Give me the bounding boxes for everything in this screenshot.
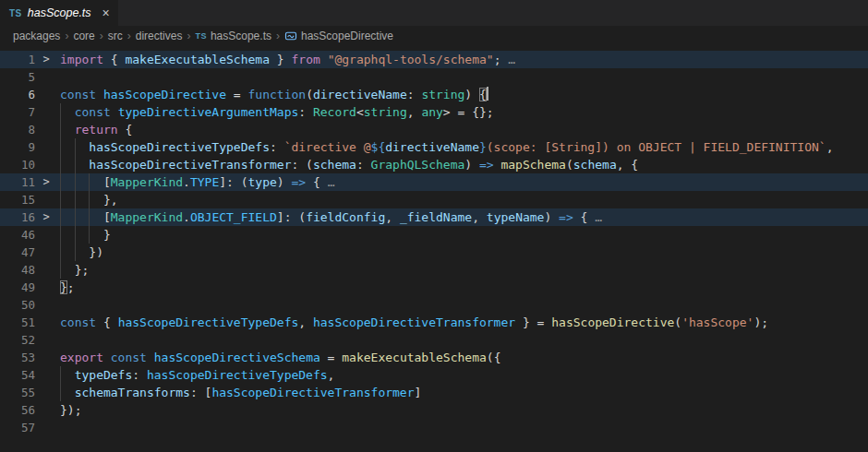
indent-guide (60, 121, 61, 138)
code-token: => (292, 175, 307, 189)
code-token: const (111, 351, 154, 364)
indent-guide (75, 244, 76, 261)
code-token: }; (75, 263, 90, 277)
code-line-15[interactable]: 15 }, (0, 191, 868, 208)
breadcrumb-item-src[interactable]: src (108, 30, 123, 42)
indent-guide (60, 138, 61, 156)
code-token: schemaTransforms (75, 386, 190, 399)
code-token: { (103, 315, 118, 329)
code-token: const (60, 315, 103, 329)
code-text: const typeDirectiveArgumentMaps: Record<… (57, 103, 868, 121)
code-token: }) (89, 245, 103, 259)
code-line-53[interactable]: 53export const hasScopeDirectiveSchema =… (0, 349, 868, 366)
fold-column (35, 279, 57, 296)
code-token: . (183, 210, 190, 224)
code-token: export (60, 351, 103, 364)
breadcrumb-item-core[interactable]: core (73, 30, 94, 42)
fold-column (35, 191, 57, 208)
code-token: any (421, 105, 442, 119)
code-editor[interactable]: 1>import { makeExecutableSchema } from "… (0, 46, 868, 436)
fold-chevron-icon[interactable]: > (35, 173, 57, 191)
code-token: : ( (291, 158, 312, 172)
code-line-46[interactable]: 46 } (0, 226, 868, 244)
indent-guide (89, 208, 90, 226)
indent-guide (60, 226, 61, 244)
code-token: , (826, 140, 834, 154)
code-text: }); (57, 401, 868, 419)
code-line-11[interactable]: 11> [MapperKind.TYPE]: (type) => { … (0, 173, 868, 191)
code-line-6[interactable]: 6const hasScopeDirective = function(dire… (0, 86, 868, 103)
breadcrumb-item-hasscopedirective[interactable]: hasScopeDirective (284, 30, 393, 42)
code-line-56[interactable]: 56}); (0, 401, 868, 419)
fold-column (35, 86, 57, 103)
code-line-49[interactable]: 49}; (0, 279, 868, 296)
code-line-1[interactable]: 1>import { makeExecutableSchema } from "… (0, 51, 868, 68)
indent-guide (75, 138, 76, 156)
line-number: 54 (0, 366, 35, 384)
code-line-57[interactable]: 57 (0, 419, 868, 436)
code-token: , (328, 368, 335, 382)
code-line-54[interactable]: 54 typeDefs: hasScopeDirectiveTypeDefs, (0, 366, 868, 384)
close-icon[interactable]: × (102, 6, 110, 19)
code-line-5[interactable]: 5 (0, 68, 868, 86)
breadcrumb-separator: › (127, 30, 131, 42)
indent-guide (60, 191, 61, 208)
code-token: , (385, 210, 400, 224)
fold-column (35, 366, 57, 384)
code-text (57, 331, 868, 349)
line-number: 16 (0, 208, 35, 226)
indent-guide (60, 244, 61, 261)
code-line-48[interactable]: 48 }; (0, 261, 868, 279)
code-token: ( (674, 315, 681, 329)
tab-hasscope[interactable]: TS hasScope.ts × (0, 0, 118, 26)
fold-column (35, 261, 57, 279)
code-line-55[interactable]: 55 schemaTransforms: [hasScopeDirectiveT… (0, 384, 868, 401)
code-line-47[interactable]: 47 }) (0, 244, 868, 261)
code-token: } (60, 280, 67, 294)
code-text: const hasScopeDirective = function(direc… (57, 86, 868, 103)
code-token: }, (103, 193, 118, 207)
breadcrumb-item-hasscope-ts[interactable]: TShasScope.ts (195, 30, 271, 42)
fold-chevron-icon[interactable]: > (35, 208, 57, 226)
code-text: }, (57, 191, 868, 208)
code-line-7[interactable]: 7 const typeDirectiveArgumentMaps: Recor… (0, 103, 868, 121)
code-token: }); (60, 403, 81, 417)
breadcrumb-item-directives[interactable]: directives (136, 30, 183, 42)
code-token: mapSchema (500, 158, 565, 172)
code-token: } (270, 53, 291, 66)
code-line-50[interactable]: 50 (0, 296, 868, 314)
code-line-51[interactable]: 51const { hasScopeDirectiveTypeDefs, has… (0, 314, 868, 331)
code-token: type (248, 175, 277, 189)
indent-guide (60, 366, 61, 384)
indent-guide (60, 103, 61, 121)
code-line-16[interactable]: 16> [MapperKind.OBJECT_FIELD]: (fieldCon… (0, 208, 868, 226)
fold-column (35, 244, 57, 261)
code-text: }; (57, 261, 868, 279)
code-token: . (183, 175, 190, 189)
indent-guide (60, 261, 61, 279)
code-line-8[interactable]: 8 return { (0, 121, 868, 138)
code-token: { (479, 88, 487, 101)
line-number: 50 (0, 296, 35, 314)
code-line-52[interactable]: 52 (0, 331, 868, 349)
indent-guide (89, 173, 90, 191)
tab-bar: TS hasScope.ts × (0, 0, 868, 26)
code-text: export const hasScopeDirectiveSchema = m… (57, 349, 868, 366)
text-cursor (487, 87, 488, 101)
code-token: … (508, 53, 515, 66)
breadcrumb-item-packages[interactable]: packages (13, 30, 60, 42)
fold-column (35, 349, 57, 366)
code-token: schema (313, 158, 356, 172)
line-number: 6 (0, 86, 35, 103)
fold-chevron-icon[interactable]: > (35, 51, 57, 68)
code-token: ]: ( (277, 210, 306, 224)
code-line-10[interactable]: 10 hasScopeDirectiveTransformer: (schema… (0, 156, 868, 173)
line-number: 51 (0, 314, 35, 331)
code-text: hasScopeDirectiveTransformer: (schema: G… (57, 156, 868, 173)
code-token: { (573, 210, 595, 224)
code-token: } (103, 228, 111, 242)
code-token: ) (277, 175, 292, 189)
code-line-9[interactable]: 9 hasScopeDirectiveTypeDefs: `directive … (0, 138, 868, 156)
code-token: typeDefs (75, 368, 133, 382)
line-number: 57 (0, 419, 35, 436)
